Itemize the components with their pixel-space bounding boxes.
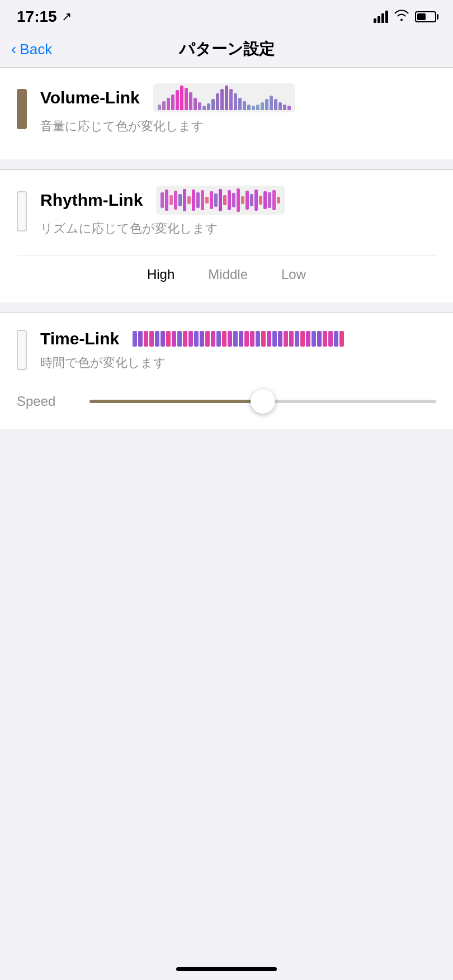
nav-bar: ‹ Back パターン設定 <box>0 31 453 67</box>
time-link-swatch <box>17 330 27 370</box>
status-time: 17:15 <box>17 8 57 26</box>
time-link-section: Time-Link <box>0 313 453 429</box>
slider-track <box>89 400 436 403</box>
home-indicator <box>176 967 277 971</box>
tab-low[interactable]: Low <box>281 267 306 282</box>
tab-high[interactable]: High <box>147 267 174 282</box>
frequency-tabs: High Middle Low <box>17 255 436 287</box>
rhythm-link-section: Rhythm-Link <box>0 170 453 302</box>
rhythm-link-swatch <box>17 191 27 231</box>
rhythm-link-visualization <box>156 186 285 215</box>
wifi-icon <box>394 9 409 25</box>
speed-label: Speed <box>17 394 78 409</box>
volume-link-desc: 音量に応じて色が変化します <box>40 118 436 135</box>
time-link-title: Time-Link <box>40 329 119 348</box>
back-label: Back <box>20 41 52 58</box>
back-button[interactable]: ‹ Back <box>11 40 52 58</box>
slider-fill <box>89 400 263 403</box>
gap-1 <box>0 159 453 169</box>
signal-icon <box>374 11 388 23</box>
volume-link-section: Volume-Link <box>0 68 453 159</box>
slider-thumb[interactable] <box>251 389 275 414</box>
speed-slider[interactable] <box>89 400 436 403</box>
chevron-left-icon: ‹ <box>11 40 16 58</box>
status-bar: 17:15 ↗ <box>0 0 453 31</box>
volume-link-swatch <box>17 89 27 129</box>
gap-2 <box>0 302 453 313</box>
tab-middle[interactable]: Middle <box>208 267 248 282</box>
empty-area <box>0 429 453 765</box>
volume-link-visualization <box>153 83 295 112</box>
volume-link-title: Volume-Link <box>40 88 140 107</box>
time-link-desc: 時間で色が変化します <box>40 354 436 371</box>
page-title: パターン設定 <box>179 39 275 60</box>
battery-icon <box>415 11 436 22</box>
location-icon: ↗ <box>62 10 72 24</box>
time-link-visualization <box>133 329 344 349</box>
speed-slider-row: Speed <box>17 380 436 414</box>
rhythm-link-title: Rhythm-Link <box>40 191 143 210</box>
rhythm-link-desc: リズムに応じて色が変化します <box>40 220 436 237</box>
status-icons <box>374 9 436 25</box>
